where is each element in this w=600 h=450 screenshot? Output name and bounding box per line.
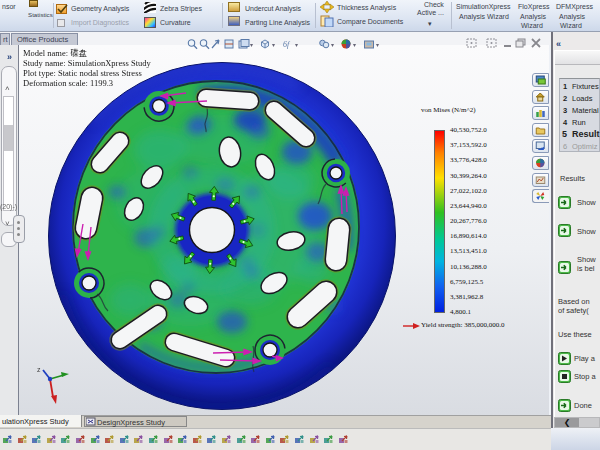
svg-text:z: z [37,366,41,373]
svg-text:6f: 6f [283,40,291,49]
